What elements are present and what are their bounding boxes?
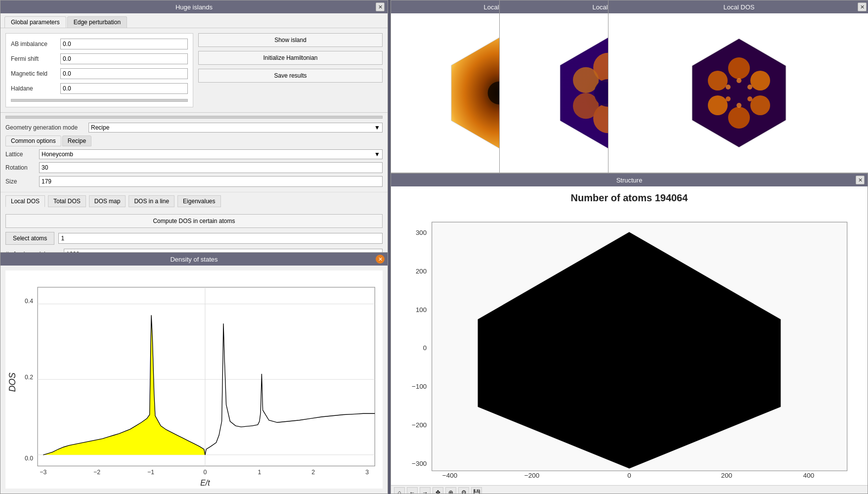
svg-point-43	[726, 85, 731, 90]
svg-text:3: 3	[365, 469, 369, 476]
structure-plot-area: 300 200 100 0 −100 −200 −300 −400 −200 0…	[396, 207, 863, 485]
tab-total-dos[interactable]: Total DOS	[48, 195, 86, 207]
select-atoms-button[interactable]: Select atoms	[5, 232, 54, 245]
magnetic-field-row: Magnetic field	[11, 68, 188, 79]
tab-dos-in-a-line[interactable]: DOS in a line	[129, 195, 174, 207]
svg-text:−3: −3	[40, 469, 46, 476]
local-dos-3-plot	[660, 24, 818, 162]
lattice-label: Lattice	[5, 151, 35, 158]
tab-dos-map[interactable]: DOS map	[89, 195, 126, 207]
size-row: Size	[5, 176, 383, 187]
dos-chart-svg: DOS 0.4 0.2 0.0 −3 −2 −1 0 1 2 3 E/t	[5, 270, 383, 489]
geometry-mode-label: Geometry generation mode	[5, 124, 85, 131]
tab-local-dos[interactable]: Local DOS	[5, 195, 45, 207]
structure-window: Structure ✕ Number of atoms 194064 300 2…	[391, 173, 868, 494]
save-results-button[interactable]: Save results	[198, 69, 383, 83]
svg-point-44	[737, 103, 741, 108]
svg-point-41	[708, 71, 728, 90]
ab-imbalance-row: AB imbalance	[11, 39, 188, 49]
dos-y-label: DOS	[7, 372, 17, 392]
show-island-button[interactable]: Show island	[198, 33, 383, 47]
svg-text:−200: −200	[524, 472, 539, 479]
svg-text:−100: −100	[412, 383, 427, 390]
svg-point-47	[737, 78, 741, 83]
svg-text:300: 300	[416, 229, 427, 236]
svg-point-42	[747, 85, 752, 90]
huge-islands-body: AB imbalance Fermi shift Magnetic field …	[0, 28, 388, 112]
size-input[interactable]	[39, 176, 383, 187]
tab-edge-perturbation[interactable]: Edge perturbation	[67, 16, 127, 28]
fermi-shift-row: Fermi shift	[11, 53, 188, 64]
fermi-shift-input[interactable]	[60, 53, 188, 64]
geometry-mode-row: Geometry generation mode Recipe ▼	[5, 123, 383, 133]
svg-point-39	[728, 107, 750, 129]
structure-close[interactable]: ✕	[856, 176, 865, 184]
rotation-row: Rotation	[5, 162, 383, 173]
svg-text:0: 0	[627, 472, 631, 479]
magnetic-field-label: Magnetic field	[11, 70, 60, 77]
svg-text:0.2: 0.2	[25, 374, 33, 381]
lattice-arrow: ▼	[374, 151, 380, 158]
rotation-input[interactable]	[39, 162, 383, 173]
huge-islands-title: Huge islands	[175, 3, 213, 11]
struct-zoom-btn[interactable]: ⊕	[445, 487, 456, 494]
struct-pan-btn[interactable]: ✥	[433, 487, 443, 494]
structure-svg: 300 200 100 0 −100 −200 −300 −400 −200 0…	[396, 207, 863, 484]
svg-text:−400: −400	[442, 472, 457, 479]
geometry-mode-select[interactable]: Recipe ▼	[88, 123, 383, 133]
dos-plot-area: DOS 0.4 0.2 0.0 −3 −2 −1 0 1 2 3 E/t	[5, 270, 383, 489]
dos-tab-bar: Local DOS Total DOS DOS map DOS in a lin…	[0, 192, 388, 210]
svg-text:−300: −300	[412, 460, 427, 467]
svg-text:2: 2	[311, 469, 315, 476]
huge-islands-window: Huge islands ✕ Global parameters Edge pe…	[0, 0, 388, 257]
svg-text:200: 200	[721, 472, 732, 479]
ab-imbalance-input[interactable]	[60, 39, 188, 49]
structure-subtitle: Number of atoms 194064	[391, 186, 868, 207]
struct-save-btn[interactable]: 💾	[471, 487, 482, 494]
svg-point-45	[747, 96, 752, 101]
haldane-row: Haldane	[11, 83, 188, 94]
svg-point-46	[726, 96, 731, 101]
select-atoms-row: Select atoms	[5, 232, 383, 245]
geometry-slider	[5, 116, 383, 119]
svg-text:0: 0	[204, 469, 207, 476]
right-panel: Show island Initialize Hamiltonian Save …	[198, 33, 383, 107]
svg-text:−2: −2	[93, 469, 100, 476]
struct-forward-btn[interactable]: →	[420, 487, 431, 494]
dos-close[interactable]: ✕	[376, 255, 385, 264]
huge-islands-tab-bar: Global parameters Edge perturbation	[0, 13, 388, 28]
tab-eigenvalues[interactable]: Eigenvalues	[177, 195, 220, 207]
dos-body: Compute DOS in certain atoms Select atom…	[0, 210, 388, 257]
size-label: Size	[5, 178, 35, 185]
atoms-input[interactable]	[58, 233, 383, 244]
compute-dos-button[interactable]: Compute DOS in certain atoms	[5, 214, 383, 228]
geometry-mode-arrow: ▼	[374, 124, 380, 131]
local-dos-3-title: Local DOS	[724, 3, 755, 11]
slider-bar	[11, 99, 188, 102]
struct-config-btn[interactable]: ⚙	[458, 487, 469, 494]
svg-text:E/t: E/t	[200, 479, 210, 487]
geometry-section: Geometry generation mode Recipe ▼ Common…	[0, 112, 388, 192]
tab-recipe[interactable]: Recipe	[62, 135, 91, 146]
huge-islands-titlebar: Huge islands ✕	[0, 0, 388, 13]
huge-islands-close[interactable]: ✕	[376, 2, 385, 11]
svg-text:−200: −200	[412, 421, 427, 429]
initialize-hamiltonian-button[interactable]: Initialize Hamiltonian	[198, 51, 383, 65]
tab-global-parameters[interactable]: Global parameters	[4, 16, 66, 28]
haldane-input[interactable]	[60, 83, 188, 94]
local-dos-3-titlebar: Local DOS ✕	[608, 0, 868, 13]
options-tab-bar: Common options Recipe	[5, 135, 383, 146]
geometry-mode-value: Recipe	[91, 124, 109, 131]
haldane-label: Haldane	[11, 85, 60, 92]
svg-text:0.4: 0.4	[25, 297, 33, 304]
tab-common-options[interactable]: Common options	[5, 135, 61, 146]
struct-back-btn[interactable]: ←	[407, 487, 418, 494]
svg-text:−1: −1	[147, 469, 154, 476]
struct-home-btn[interactable]: ⌂	[394, 487, 405, 494]
local-dos-3-close[interactable]: ✕	[858, 2, 867, 11]
svg-point-37	[750, 71, 770, 90]
lattice-select[interactable]: Honeycomb ▼	[39, 149, 383, 159]
magnetic-field-input[interactable]	[60, 68, 188, 79]
structure-titlebar: Structure ✕	[391, 174, 868, 186]
params-box: AB imbalance Fermi shift Magnetic field …	[5, 33, 193, 107]
